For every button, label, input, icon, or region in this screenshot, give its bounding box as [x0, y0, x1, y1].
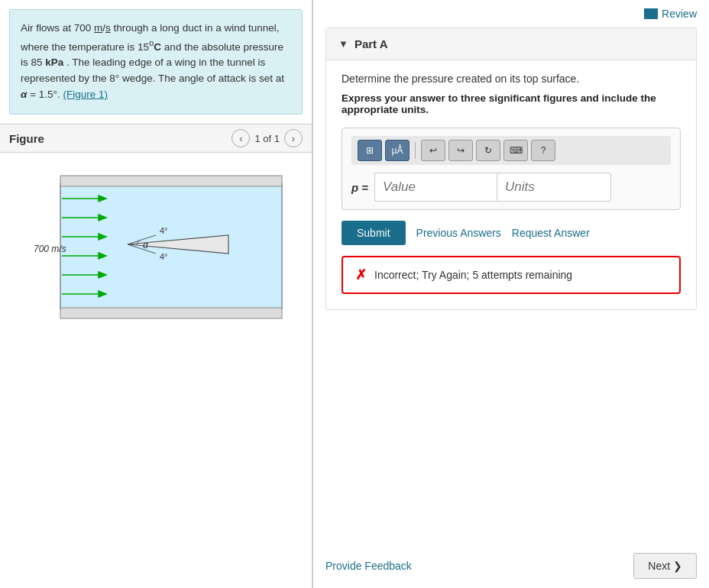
review-icon [644, 8, 658, 19]
left-panel: Air flows at 700 m/s through a long duct… [0, 0, 313, 588]
next-figure-button[interactable]: › [284, 129, 303, 147]
toolbar-separator [415, 142, 416, 159]
next-label: Next ❯ [648, 560, 682, 572]
answer-box: ⊞ μÅ ↩ ↪ ↻ ⌨ ? p = [342, 128, 681, 210]
part-section: ▼ Part A Determine the pressure created … [325, 27, 697, 310]
review-label: Review [662, 8, 697, 20]
svg-text:α: α [143, 240, 149, 250]
keyboard-button[interactable]: ⌨ [503, 140, 528, 161]
svg-rect-1 [60, 176, 282, 186]
bottom-bar: Provide Feedback Next ❯ [313, 544, 709, 588]
undo-button[interactable]: ↩ [421, 140, 445, 161]
figure-title: Figure [9, 132, 231, 145]
review-bar: Review [313, 0, 709, 27]
problem-description: Air flows at 700 m/s through a long duct… [9, 9, 303, 115]
grid-button[interactable]: ⊞ [358, 140, 382, 161]
question-instruction: Express your answer to three significant… [342, 92, 681, 115]
part-title: Part A [354, 37, 388, 50]
review-link[interactable]: Review [644, 8, 697, 20]
figure-content: 700 m/s 4° 4° α [0, 153, 312, 588]
next-button[interactable]: Next ❯ [633, 553, 697, 579]
submit-button[interactable]: Submit [342, 221, 406, 245]
toolbar: ⊞ μÅ ↩ ↪ ↻ ⌨ ? [351, 136, 671, 165]
error-icon: ✗ [355, 267, 367, 283]
previous-answers-link[interactable]: Previous Answers [416, 227, 501, 239]
units-input[interactable] [497, 173, 611, 202]
svg-text:4°: 4° [160, 252, 168, 261]
feedback-link[interactable]: Provide Feedback [325, 560, 412, 572]
actions-row: Submit Previous Answers Request Answer [342, 221, 681, 245]
request-answer-link[interactable]: Request Answer [512, 227, 590, 239]
figure-header: Figure ‹ 1 of 1 › [0, 124, 312, 153]
right-panel: Review ▼ Part A Determine the pressure c… [313, 0, 709, 588]
help-button[interactable]: ? [531, 140, 555, 161]
input-row: p = [351, 173, 671, 202]
figure-nav: ‹ 1 of 1 › [231, 129, 303, 147]
p-label: p = [351, 181, 368, 194]
figure-counter: 1 of 1 [254, 133, 280, 144]
part-body: Determine the pressure created on its to… [326, 60, 696, 309]
value-input[interactable] [374, 173, 497, 202]
prev-figure-button[interactable]: ‹ [231, 129, 250, 147]
figure-illustration: 700 m/s 4° 4° α [0, 153, 312, 321]
collapse-icon[interactable]: ▼ [338, 38, 348, 50]
svg-text:4°: 4° [160, 226, 168, 235]
question-text: Determine the pressure created on its to… [342, 73, 681, 85]
mu-button[interactable]: μÅ [385, 140, 410, 161]
refresh-button[interactable]: ↻ [476, 140, 500, 161]
svg-rect-2 [60, 308, 282, 318]
error-message: Incorrect; Try Again; 5 attempts remaini… [374, 269, 572, 281]
figure-link[interactable]: (Figure 1) [63, 89, 108, 100]
redo-button[interactable]: ↪ [448, 140, 473, 161]
part-header: ▼ Part A [326, 28, 696, 60]
svg-text:700 m/s: 700 m/s [34, 244, 66, 254]
error-box: ✗ Incorrect; Try Again; 5 attempts remai… [342, 256, 681, 294]
